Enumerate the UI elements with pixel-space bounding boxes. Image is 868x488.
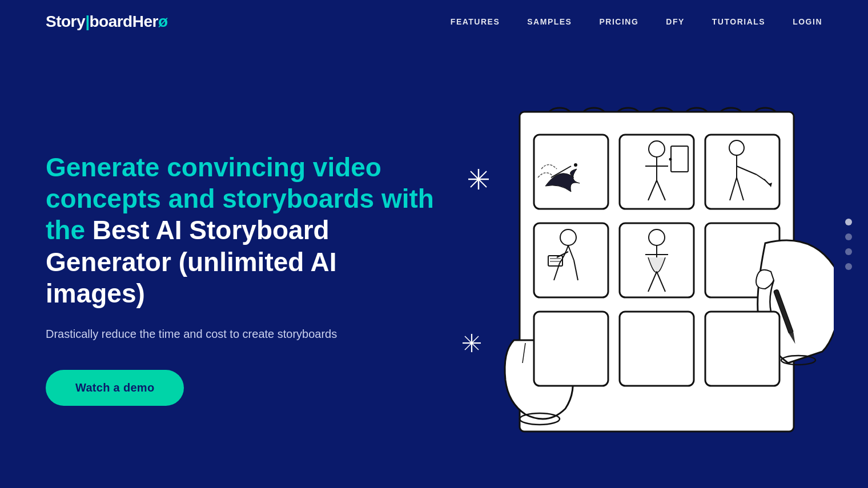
nav-link-login[interactable]: LOGIN [793,17,822,26]
svg-rect-65 [534,312,608,386]
nav-item-pricing[interactable]: PRICING [599,17,638,27]
nav-item-features[interactable]: FEATURES [451,17,500,27]
logo[interactable]: Story|boardHerø [46,13,168,31]
navbar: Story|boardHerø FEATURES SAMPLES PRICING… [0,0,868,43]
hero-subtitle: Drastically reduce the time and cost to … [46,325,434,342]
nav-item-samples[interactable]: SAMPLES [527,17,572,27]
hero-content: Generate convincing video concepts and s… [46,152,434,406]
scroll-dot-1[interactable] [845,219,852,225]
svg-rect-26 [534,223,608,297]
svg-point-29 [574,163,577,167]
nav-item-login[interactable]: LOGIN [793,17,822,27]
hero-section: Generate convincing video concepts and s… [0,43,868,480]
nav-link-tutorials[interactable]: TUTORIALS [712,17,765,26]
hero-title: Generate convincing video concepts and s… [46,152,434,309]
scroll-dots [845,219,852,270]
scroll-dot-4[interactable] [845,263,852,270]
nav-link-samples[interactable]: SAMPLES [527,17,572,26]
svg-point-36 [669,158,672,161]
storyboard-illustration [445,55,834,483]
watch-demo-button[interactable]: Watch a demo [46,370,184,406]
nav-link-pricing[interactable]: PRICING [599,17,638,26]
scroll-dot-3[interactable] [845,248,852,255]
nav-link-features[interactable]: FEATURES [451,17,500,26]
svg-rect-66 [620,312,694,386]
nav-item-tutorials[interactable]: TUTORIALS [712,17,765,27]
svg-rect-67 [705,312,779,386]
nav-item-dfy[interactable]: DFY [666,17,685,27]
nav-link-dfy[interactable]: DFY [666,17,685,26]
scroll-dot-2[interactable] [845,233,852,240]
nav-links: FEATURES SAMPLES PRICING DFY TUTORIALS L… [451,17,822,27]
hero-image [434,78,822,480]
logo-text: Story|boardHerø [46,13,168,31]
